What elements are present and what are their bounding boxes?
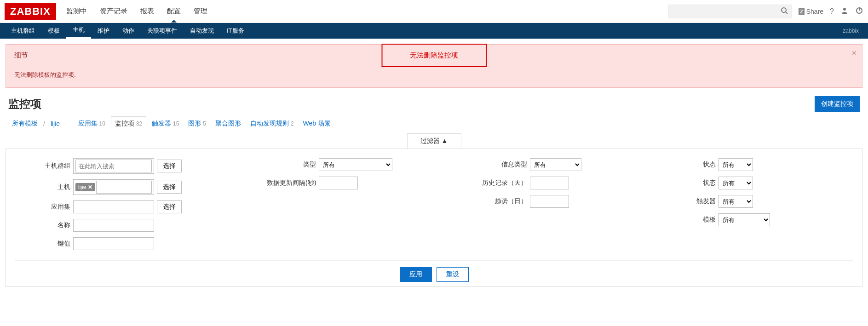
subnav-discovery[interactable]: 自动发现 xyxy=(184,23,220,39)
host-input-wrap[interactable]: lijie✕ xyxy=(73,179,154,195)
apply-button[interactable]: 应用 xyxy=(400,267,432,282)
hostgroup-select-button[interactable]: 选择 xyxy=(157,160,182,172)
global-search[interactable] xyxy=(668,5,792,18)
host-select-button[interactable]: 选择 xyxy=(157,181,182,194)
label-key: 键值 xyxy=(15,240,70,248)
label-trend: 趋势（日） xyxy=(472,197,527,206)
label-history: 历史记录（天） xyxy=(472,179,527,187)
subnav-correlation[interactable]: 关联项事件 xyxy=(141,23,184,39)
bc-host[interactable]: lijie xyxy=(47,117,63,130)
label-type: 类型 xyxy=(261,160,316,169)
z-icon: Z xyxy=(799,8,805,15)
reset-button[interactable]: 重设 xyxy=(437,267,469,282)
tab-discovery[interactable]: 自动发现规则 2 xyxy=(247,117,298,131)
remove-tag-icon[interactable]: ✕ xyxy=(88,184,92,190)
subnav-hostgroups[interactable]: 主机群组 xyxy=(5,23,41,39)
trigger-select[interactable]: 所有 xyxy=(719,195,753,208)
alert-box: 无法删除监控项 细节 无法删除模板的监控项. × xyxy=(6,44,862,88)
nav-configuration[interactable]: 配置 xyxy=(167,0,181,22)
label-name: 名称 xyxy=(15,221,70,229)
subnav-templates[interactable]: 模板 xyxy=(41,23,66,39)
subnav-maintenance[interactable]: 维护 xyxy=(91,23,116,39)
power-icon[interactable] xyxy=(855,6,863,17)
bc-all-templates[interactable]: 所有模板 xyxy=(8,117,41,131)
close-icon[interactable]: × xyxy=(851,48,857,58)
separator-icon: / xyxy=(43,120,45,127)
filter-wrap: 过滤器 ▲ 主机群组 选择 主机 lijie✕ 选择 xyxy=(6,133,862,287)
nav-inventory[interactable]: 资产记录 xyxy=(100,0,127,22)
share-button[interactable]: Z Share xyxy=(799,8,823,15)
label-infotype: 信息类型 xyxy=(472,160,527,169)
label-state: 状态 xyxy=(661,179,716,187)
page-title: 监控项 xyxy=(8,97,41,111)
global-search-input[interactable] xyxy=(672,8,781,15)
svg-line-1 xyxy=(786,12,788,14)
subnav-right-label: zabbix xyxy=(843,28,863,34)
search-icon[interactable] xyxy=(781,7,788,16)
top-bar: ZABBIX 监测中 资产记录 报表 配置 管理 Z Share ? xyxy=(0,0,868,23)
history-input[interactable] xyxy=(530,177,569,189)
label-interval: 数据更新间隔(秒) xyxy=(261,179,316,187)
alert-message: 无法删除模板的监控项. xyxy=(14,71,854,79)
infotype-select[interactable]: 所有 xyxy=(530,158,581,171)
subnav-hosts[interactable]: 主机 xyxy=(66,23,91,39)
label-application: 应用集 xyxy=(15,203,70,211)
breadcrumb-tabs: 所有模板 / lijie 应用集 10 监控项 32 触发器 15 图形 5 聚… xyxy=(0,116,868,133)
filter-toggle[interactable]: 过滤器 ▲ xyxy=(407,133,461,149)
svg-point-0 xyxy=(782,8,786,12)
subnav-itservices[interactable]: IT服务 xyxy=(220,23,251,39)
trend-input[interactable] xyxy=(530,195,569,208)
template-select[interactable]: 所有 xyxy=(719,213,770,226)
tab-applications[interactable]: 应用集 10 xyxy=(75,117,109,131)
application-select-button[interactable]: 选择 xyxy=(157,200,182,213)
sub-nav: 主机群组 模板 主机 维护 动作 关联项事件 自动发现 IT服务 zabbix xyxy=(0,23,868,39)
label-hostgroup: 主机群组 xyxy=(15,162,70,170)
type-select[interactable]: 所有 xyxy=(319,158,392,171)
logo[interactable]: ZABBIX xyxy=(5,3,56,20)
status-select[interactable]: 所有 xyxy=(719,158,753,171)
application-input[interactable] xyxy=(73,200,154,213)
subnav-actions[interactable]: 动作 xyxy=(116,23,141,39)
interval-input[interactable] xyxy=(319,177,358,189)
help-icon[interactable]: ? xyxy=(830,7,834,16)
label-trigger: 触发器 xyxy=(661,197,716,206)
nav-reports[interactable]: 报表 xyxy=(140,0,154,22)
state-select[interactable]: 所有 xyxy=(719,177,753,189)
filter-body: 主机群组 选择 主机 lijie✕ 选择 应用集 xyxy=(6,149,862,287)
host-tag: lijie✕ xyxy=(75,183,95,191)
host-input[interactable] xyxy=(96,181,152,194)
page-header: 监控项 创建监控项 xyxy=(0,88,868,116)
tab-screens[interactable]: 聚合图形 xyxy=(212,117,245,131)
user-icon[interactable] xyxy=(840,6,849,17)
alert-banner: 无法删除监控项 xyxy=(381,44,487,67)
name-input[interactable] xyxy=(73,219,154,232)
tab-graphs[interactable]: 图形 5 xyxy=(184,117,210,131)
label-status: 状态 xyxy=(661,160,716,169)
svg-point-2 xyxy=(843,8,846,11)
label-host: 主机 xyxy=(15,183,70,191)
create-item-button[interactable]: 创建监控项 xyxy=(815,96,860,112)
top-nav: 监测中 资产记录 报表 配置 管理 xyxy=(66,0,207,22)
nav-monitoring[interactable]: 监测中 xyxy=(66,0,87,22)
label-template: 模板 xyxy=(661,216,716,224)
nav-admin[interactable]: 管理 xyxy=(194,0,207,22)
hostgroup-input-wrap[interactable] xyxy=(73,158,154,174)
hostgroup-input[interactable] xyxy=(75,160,152,172)
tab-items[interactable]: 监控项 32 xyxy=(111,116,146,131)
tab-triggers[interactable]: 触发器 15 xyxy=(148,117,183,131)
tab-web[interactable]: Web 场景 xyxy=(299,117,334,131)
key-input[interactable] xyxy=(73,237,154,250)
filter-actions: 应用 重设 xyxy=(15,260,853,282)
